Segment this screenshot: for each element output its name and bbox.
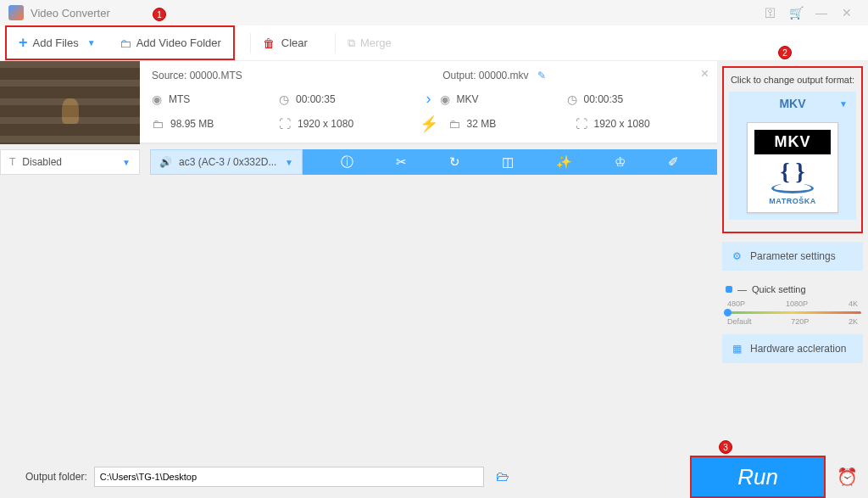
format-card: MKV { } MATROŠKA <box>747 122 838 213</box>
clock-icon: ◷ <box>279 92 289 106</box>
subtitle-value: Disabled <box>22 156 62 168</box>
param-label: Parameter settings <box>750 250 836 262</box>
source-filename: Source: 00000.MTS <box>152 70 415 81</box>
plus-icon: + <box>19 34 28 52</box>
crop-icon[interactable]: ◫ <box>502 154 514 170</box>
output-folder-input[interactable] <box>94 467 484 487</box>
merge-icon: ⧉ <box>348 36 355 50</box>
format-icon: ◉ <box>152 92 162 106</box>
arrow-icon: › <box>418 90 440 108</box>
add-files-label: Add Files <box>33 36 79 49</box>
hw-label: Hardware accleration <box>750 343 846 355</box>
run-button[interactable]: Run <box>690 456 826 498</box>
edit-toolbar: ⓘ ✂ ↻ ◫ ✨ ♔ ✐ <box>303 149 717 175</box>
resolution-icon: ⛶ <box>576 117 587 131</box>
out-size: 32 MB <box>467 118 497 130</box>
close-icon[interactable]: ✕ <box>834 6 860 20</box>
format-icon: ◉ <box>440 92 450 106</box>
quick-setting-label: — Quick setting <box>726 284 860 294</box>
key-icon[interactable]: ⚿ <box>758 6 783 20</box>
callout-1: 1 <box>153 8 166 21</box>
add-folder-label: Add Video Folder <box>136 36 221 49</box>
remove-item-button[interactable]: × <box>701 66 709 81</box>
open-folder-icon[interactable]: 🗁 <box>496 469 509 484</box>
main-toolbar: + Add Files ▼ 🗀 Add Video Folder 🗑 Clear… <box>0 25 868 61</box>
sliders-icon: ⚙ <box>732 250 742 262</box>
cut-icon[interactable]: ✂ <box>396 154 407 170</box>
audio-dropdown[interactable]: 🔊ac3 (AC-3 / 0x332D... ▼ <box>150 149 303 175</box>
out-duration: 00:00:35 <box>584 93 624 105</box>
output-filename: Output: 00000.mkv <box>442 70 528 81</box>
src-size: 98.95 MB <box>170 118 214 130</box>
edit-output-icon[interactable]: ✎ <box>537 70 546 81</box>
hardware-accel-button[interactable]: ▦ Hardware accleration <box>722 334 863 363</box>
out-res: 1920 x 1080 <box>594 118 650 130</box>
callout-2: 2 <box>778 46 792 59</box>
caret-down-icon: ▼ <box>87 38 96 48</box>
file-icon: 🗀 <box>448 117 460 131</box>
titlebar: Video Converter ⚿ 🛒 — ✕ <box>0 0 868 25</box>
output-folder-label: Output folder: <box>25 471 87 483</box>
src-format: MTS <box>169 93 190 105</box>
src-res: 1920 x 1080 <box>298 118 353 130</box>
minimize-icon[interactable]: — <box>809 6 834 20</box>
clock-icon: ◷ <box>567 92 577 106</box>
footer: Output folder: 🗁 Run ⏰ <box>0 456 868 498</box>
parameter-settings-button[interactable]: ⚙ Parameter settings <box>722 242 863 271</box>
bolt-icon: ⚡ <box>409 115 448 133</box>
caret-down-icon: ▼ <box>122 158 131 167</box>
cart-icon[interactable]: 🛒 <box>783 6 809 20</box>
merge-button[interactable]: ⧉ Merge <box>336 25 403 60</box>
trash-icon: 🗑 <box>263 36 275 50</box>
add-folder-button[interactable]: 🗀 Add Video Folder <box>108 27 233 59</box>
info-icon[interactable]: ⓘ <box>341 154 353 171</box>
src-duration: 00:00:35 <box>296 93 336 105</box>
subtitle-dropdown[interactable]: TDisabled ▼ <box>0 149 140 175</box>
app-title: Video Converter <box>31 7 110 20</box>
app-logo <box>8 5 24 20</box>
chip-icon: ▦ <box>732 343 742 355</box>
folder-icon: 🗀 <box>120 36 131 50</box>
caret-down-icon: ▼ <box>285 158 293 167</box>
schedule-icon[interactable]: ⏰ <box>826 456 868 498</box>
file-item[interactable]: × Source: 00000.MTS Output: 00000.mkv ✎ … <box>0 61 717 144</box>
clear-button[interactable]: 🗑 Clear <box>251 25 320 60</box>
resolution-icon: ⛶ <box>279 117 291 131</box>
add-files-button[interactable]: + Add Files ▼ <box>7 27 108 59</box>
selected-format: MKV <box>779 97 805 110</box>
caret-down-icon: ▼ <box>839 99 848 109</box>
rotate-icon[interactable]: ↻ <box>449 154 460 170</box>
output-format-panel[interactable]: Click to change output format: MKV ▼ MKV… <box>722 66 863 233</box>
format-card-label: MKV <box>754 130 831 154</box>
audio-value: ac3 (AC-3 / 0x332D... <box>179 156 276 168</box>
watermark-icon[interactable]: ♔ <box>615 154 626 170</box>
subtitle-edit-icon[interactable]: ✐ <box>668 154 679 170</box>
effects-icon[interactable]: ✨ <box>556 154 572 170</box>
video-thumbnail[interactable] <box>0 61 140 144</box>
clear-label: Clear <box>281 36 308 49</box>
file-icon: 🗀 <box>152 117 164 131</box>
out-format: MKV <box>457 93 479 105</box>
format-panel-title: Click to change output format: <box>729 75 856 85</box>
format-card-sub: MATROŠKA <box>754 197 831 205</box>
callout-3: 3 <box>719 440 732 454</box>
merge-label: Merge <box>360 36 392 49</box>
quick-setting-slider[interactable]: 480P 1080P 4K Default 720P 2K <box>724 299 861 326</box>
